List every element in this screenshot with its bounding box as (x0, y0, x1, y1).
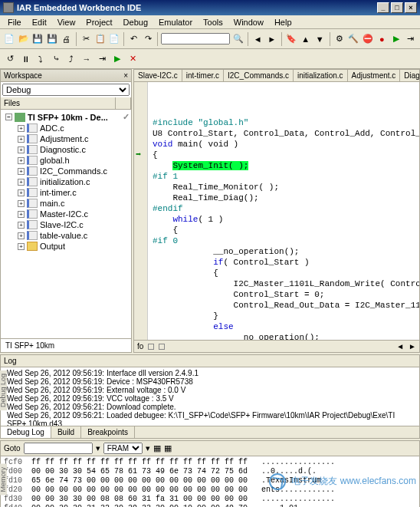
step-out-icon[interactable]: ⤴ (64, 52, 78, 66)
make-icon[interactable]: 🔨 (347, 32, 360, 46)
file-main-c[interactable]: +main.c (2, 198, 130, 209)
split-v-icon[interactable] (159, 344, 165, 350)
break-icon[interactable]: ⏸ (18, 52, 32, 66)
file-Adjustment-c[interactable]: +Adjustment.c (2, 133, 130, 144)
tab-initialization-c[interactable]: initialization.c (294, 70, 347, 81)
file-Diagnostic-c[interactable]: +Diagnostic.c (2, 144, 130, 155)
code-line[interactable]: #if 1 (153, 171, 416, 182)
memory-row[interactable]: fcf0 ff ff ff ff ff ff ff ff ff ff ff ff… (4, 458, 416, 467)
save-all-icon[interactable]: 💾 (46, 32, 59, 46)
code-line[interactable]: while( 1 ) (153, 214, 416, 225)
output-folder[interactable]: +Output (2, 241, 130, 252)
logtab-breakpoints[interactable]: Breakpoints (81, 426, 135, 438)
reset-icon[interactable]: ↺ (3, 52, 17, 66)
mem-cfg-icon[interactable]: ▦ (153, 443, 161, 453)
menu-edit[interactable]: Edit (28, 16, 51, 28)
menu-tools[interactable]: Tools (199, 16, 228, 28)
file-global-h[interactable]: +global.h (2, 155, 130, 166)
undo-icon[interactable]: ↶ (127, 32, 140, 46)
menu-window[interactable]: Window (229, 16, 268, 28)
mem-cfg2-icon[interactable]: ▦ (164, 443, 172, 453)
paste-icon[interactable]: 📄 (108, 32, 121, 46)
file-Master-I2C-c[interactable]: +Master-I2C.c (2, 209, 130, 219)
code-line[interactable]: __no_operation(); (153, 246, 416, 257)
file-int-timer-c[interactable]: +int-timer.c (2, 187, 130, 198)
nav-back-icon[interactable]: ◄ (251, 32, 264, 46)
menu-emulator[interactable]: Emulator (154, 16, 197, 28)
compile-icon[interactable]: ⚙ (333, 32, 346, 46)
logtab-debug-log[interactable]: Debug Log (1, 426, 51, 438)
file-Slave-I2C-c[interactable]: +Slave-I2C.c (2, 219, 130, 230)
file-I2C_Commands-c[interactable]: +I2C_Commands.c (2, 166, 130, 176)
debug-no-dl-icon[interactable]: ⇥ (404, 32, 417, 46)
bookmark-prev-icon[interactable]: ▲ (299, 32, 312, 46)
stop-build-icon[interactable]: ⛔ (362, 32, 375, 46)
save-icon[interactable]: 💾 (31, 32, 44, 46)
print-icon[interactable]: 🖨 (60, 32, 73, 46)
goto-dropdown2-icon[interactable]: ▾ (146, 443, 150, 453)
memory-row[interactable]: fd30 00 00 30 30 00 08 08 60 31 fa 31 00… (4, 495, 416, 504)
config-dropdown[interactable]: Debug (2, 84, 130, 96)
open-icon[interactable]: 📂 (18, 32, 31, 46)
code-area[interactable]: #include "global.h"U8 Control_Start, Con… (134, 82, 419, 340)
menu-view[interactable]: View (53, 16, 80, 28)
workspace-bottom-tab[interactable]: TI SFP+ 10km (1, 338, 131, 352)
file-table-value-c[interactable]: +table-value.c (2, 230, 130, 241)
go-icon[interactable]: ▶ (110, 52, 124, 66)
memory-row[interactable]: fd40 00 00 30 30 31 32 30 39 33 30 00 10… (4, 504, 416, 507)
cut-icon[interactable]: ✂ (80, 32, 93, 46)
run-cursor-icon[interactable]: ⇥ (95, 52, 109, 66)
new-file-icon[interactable]: 📄 (3, 32, 16, 46)
menu-file[interactable]: File (3, 16, 26, 28)
bookmark-next-icon[interactable]: ▼ (313, 32, 326, 46)
code-line[interactable]: __no_operation(); (153, 332, 416, 340)
file-initialization-c[interactable]: +initialization.c (2, 176, 130, 187)
copy-icon[interactable]: 📋 (94, 32, 107, 46)
code-line[interactable]: #endif (153, 203, 416, 214)
code-line[interactable]: Control_Read_Out_Data = I2C_Master_1101L… (153, 300, 416, 311)
toggle-bp-icon[interactable]: ● (376, 32, 389, 46)
file-ADC-c[interactable]: +ADC.c (2, 123, 130, 133)
step-over-icon[interactable]: ⤵ (34, 52, 48, 66)
code-line[interactable]: } (153, 311, 416, 321)
tab-I2C_Commands-c[interactable]: I2C_Commands.c (224, 70, 294, 81)
memory-body[interactable]: fcf0 ff ff ff ff ff ff ff ff ff ff ff ff… (1, 456, 419, 507)
tab-int-timer-c[interactable]: int-timer.c (182, 70, 224, 81)
goto-input[interactable] (24, 443, 93, 454)
minimize-button[interactable]: _ (377, 2, 389, 13)
memory-row[interactable]: fd00 00 00 30 30 54 65 78 61 73 49 6e 73… (4, 467, 416, 476)
find-input[interactable] (161, 33, 230, 44)
code-line[interactable]: Real_Time_Monitor( ); (153, 182, 416, 193)
bookmark-icon[interactable]: 🔖 (285, 32, 298, 46)
maximize-button[interactable]: □ (391, 2, 403, 13)
menu-help[interactable]: Help (270, 16, 297, 28)
menu-debug[interactable]: Debug (119, 16, 153, 28)
project-root[interactable]: −TI SFP+ 10km - De... ✓ (2, 111, 130, 123)
stop-debug-icon[interactable]: ✕ (126, 52, 139, 66)
log-body[interactable]: Wed Sep 26, 2012 09:56:19: Interface dll… (1, 367, 419, 426)
tab-Diagnostic-c[interactable]: Diagnostic.c (400, 70, 419, 81)
logtab-build[interactable]: Build (51, 426, 81, 438)
tab-Slave-I2C-c[interactable]: Slave-I2C.c (134, 70, 182, 81)
memory-region-select[interactable]: FRAM (103, 443, 143, 454)
code-line[interactable]: System_Init( ); (153, 160, 416, 171)
code-line[interactable]: { (153, 268, 416, 278)
step-into-icon[interactable]: ⤷ (49, 52, 63, 66)
code-line[interactable]: else (153, 321, 416, 332)
redo-icon[interactable]: ↷ (142, 32, 155, 46)
code-line[interactable]: U8 Control_Start, Control_Data, Control_… (153, 128, 416, 139)
menu-project[interactable]: Project (81, 16, 116, 28)
code-line[interactable]: Real_Time_Diag(); (153, 193, 416, 203)
code-line[interactable]: Control_Start = 0; (153, 289, 416, 300)
find-icon[interactable]: 🔍 (231, 32, 244, 46)
files-column[interactable]: Files (1, 97, 116, 109)
close-button[interactable]: × (405, 2, 417, 13)
tab-Adjustment-c[interactable]: Adjustment.c (348, 70, 401, 81)
workspace-tree[interactable]: −TI SFP+ 10km - De... ✓+ADC.c+Adjustment… (1, 110, 131, 338)
code-line[interactable]: { (153, 225, 416, 235)
debug-icon[interactable]: ▶ (390, 32, 403, 46)
code-line[interactable]: void main( void ) (153, 139, 416, 150)
nav-fwd-icon[interactable]: ► (265, 32, 278, 46)
code-line[interactable]: { (153, 150, 416, 160)
memory-row[interactable]: fd10 65 6e 74 73 00 00 00 00 00 00 00 00… (4, 476, 416, 486)
